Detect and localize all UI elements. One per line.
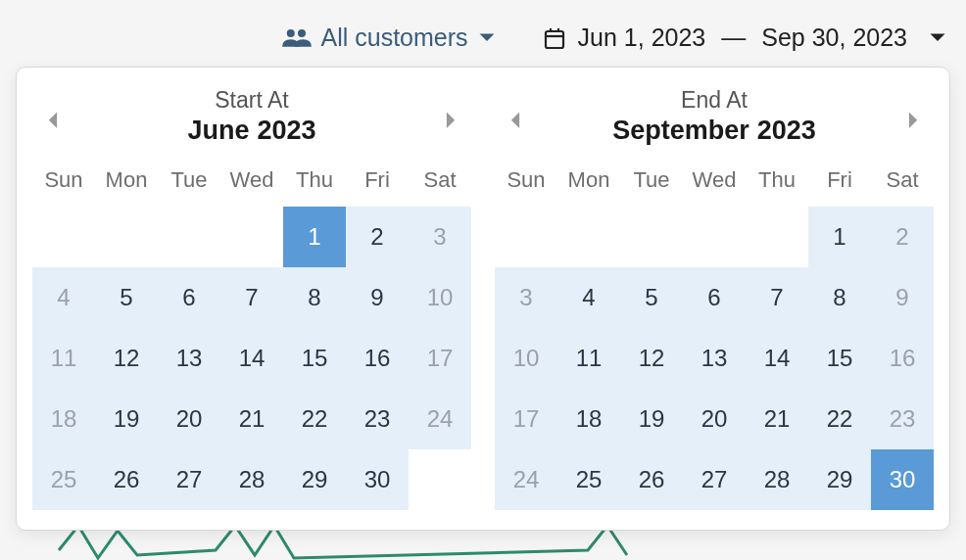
calendar-day[interactable]: 27 <box>683 449 746 510</box>
calendar-day[interactable]: 29 <box>808 449 871 510</box>
calendar-day[interactable]: 6 <box>158 267 220 328</box>
calendar-day[interactable]: 12 <box>95 328 158 389</box>
calendar-day[interactable]: 3 <box>409 207 471 267</box>
prev-month-button[interactable] <box>505 110 526 133</box>
calendar-day[interactable]: 14 <box>746 328 808 389</box>
calendar-day[interactable]: 4 <box>32 267 95 328</box>
calendar-day[interactable]: 19 <box>620 389 683 449</box>
calendar-empty-cell <box>158 207 220 267</box>
calendar-day[interactable]: 10 <box>409 267 471 328</box>
calendar-day[interactable]: 8 <box>283 267 346 328</box>
calendar-day[interactable]: 15 <box>808 328 871 389</box>
calendar-day[interactable]: 7 <box>220 267 283 328</box>
day-of-week-header: Fri <box>808 160 871 207</box>
svg-point-1 <box>298 29 306 37</box>
calendar-day[interactable]: 25 <box>557 449 620 510</box>
calendar-empty-cell <box>683 207 746 267</box>
calendar-day[interactable]: 24 <box>495 449 557 510</box>
calendar-day[interactable]: 12 <box>620 328 683 389</box>
calendar-day[interactable]: 24 <box>409 389 471 449</box>
calendar-empty-cell <box>746 207 808 267</box>
calendar-day[interactable]: 30 <box>871 449 934 510</box>
calendar-day[interactable]: 26 <box>95 449 158 510</box>
calendar-day[interactable]: 27 <box>158 449 220 510</box>
calendar-day[interactable]: 20 <box>158 389 220 449</box>
calendar-day[interactable]: 21 <box>746 389 808 449</box>
calendar-day[interactable]: 18 <box>557 389 620 449</box>
calendar-day[interactable]: 29 <box>283 449 346 510</box>
calendar-day[interactable]: 5 <box>95 267 158 328</box>
start-calendar-panel: Start At June2023 SunMonTueWedThuFriSat1… <box>32 87 471 510</box>
calendar-day[interactable]: 10 <box>495 328 557 389</box>
day-of-week-header: Fri <box>346 160 409 207</box>
day-of-week-header: Mon <box>95 160 158 207</box>
calendar-day[interactable]: 16 <box>346 328 409 389</box>
day-of-week-header: Mon <box>557 160 620 207</box>
calendar-day[interactable]: 3 <box>495 267 557 328</box>
calendar-day[interactable]: 11 <box>557 328 620 389</box>
calendar-empty-cell <box>409 449 471 510</box>
calendar-empty-cell <box>620 207 683 267</box>
day-of-week-header: Tue <box>158 160 220 207</box>
calendar-day[interactable]: 17 <box>409 328 471 389</box>
day-of-week-header: Wed <box>683 160 746 207</box>
prev-month-button[interactable] <box>42 110 64 133</box>
date-range-picker: Start At June2023 SunMonTueWedThuFriSat1… <box>16 67 950 531</box>
svg-rect-2 <box>546 31 563 48</box>
calendar-day[interactable]: 11 <box>32 328 95 389</box>
customers-label: All customers <box>321 23 468 52</box>
calendar-day[interactable]: 4 <box>557 267 620 328</box>
calendar-day[interactable]: 13 <box>158 328 220 389</box>
day-of-week-header: Thu <box>746 160 808 207</box>
calendar-day[interactable]: 30 <box>346 449 409 510</box>
calendar-day[interactable]: 16 <box>871 328 934 389</box>
customers-filter[interactable]: All customers <box>282 23 496 52</box>
date-range-separator: — <box>721 23 746 52</box>
calendar-icon <box>543 26 566 50</box>
date-range-filter[interactable]: Jun 1, 2023 — Sep 30, 2023 <box>543 23 946 52</box>
calendar-day[interactable]: 8 <box>808 267 871 328</box>
calendar-day[interactable]: 1 <box>808 207 871 267</box>
calendar-day[interactable]: 22 <box>808 389 871 449</box>
calendar-empty-cell <box>32 207 95 267</box>
day-of-week-header: Sat <box>409 160 471 207</box>
calendar-empty-cell <box>220 207 283 267</box>
day-of-week-header: Wed <box>220 160 283 207</box>
svg-point-0 <box>286 29 294 37</box>
calendar-day[interactable]: 15 <box>283 328 346 389</box>
calendar-day[interactable]: 2 <box>871 207 934 267</box>
calendar-empty-cell <box>557 207 620 267</box>
calendar-day[interactable]: 9 <box>871 267 934 328</box>
day-of-week-header: Tue <box>620 160 683 207</box>
calendar-day[interactable]: 26 <box>620 449 683 510</box>
day-of-week-header: Sun <box>495 160 557 207</box>
people-icon <box>282 28 312 48</box>
next-month-button[interactable] <box>440 110 461 133</box>
next-month-button[interactable] <box>902 110 924 133</box>
calendar-day[interactable]: 9 <box>346 267 409 328</box>
end-label: End At <box>495 87 934 114</box>
day-of-week-header: Sat <box>871 160 934 207</box>
calendar-day[interactable]: 19 <box>95 389 158 449</box>
calendar-day[interactable]: 5 <box>620 267 683 328</box>
calendar-day[interactable]: 14 <box>220 328 283 389</box>
calendar-day[interactable]: 2 <box>346 207 409 267</box>
calendar-day[interactable]: 17 <box>495 389 557 449</box>
calendar-day[interactable]: 22 <box>283 389 346 449</box>
calendar-day[interactable]: 18 <box>32 389 95 449</box>
calendar-day[interactable]: 7 <box>746 267 808 328</box>
end-calendar-panel: End At September2023 SunMonTueWedThuFriS… <box>495 87 934 510</box>
calendar-day[interactable]: 6 <box>683 267 746 328</box>
calendar-day[interactable]: 23 <box>871 389 934 449</box>
calendar-day[interactable]: 21 <box>220 389 283 449</box>
calendar-day[interactable]: 1 <box>283 207 346 267</box>
chevron-down-icon <box>929 32 946 44</box>
date-range-start: Jun 1, 2023 <box>578 23 706 52</box>
calendar-day[interactable]: 28 <box>220 449 283 510</box>
calendar-day[interactable]: 13 <box>683 328 746 389</box>
calendar-day[interactable]: 25 <box>32 449 95 510</box>
calendar-day[interactable]: 28 <box>746 449 808 510</box>
calendar-day[interactable]: 20 <box>683 389 746 449</box>
filter-bar: All customers Jun 1, 2023 — Sep 30, 2023 <box>0 0 966 68</box>
calendar-day[interactable]: 23 <box>346 389 409 449</box>
